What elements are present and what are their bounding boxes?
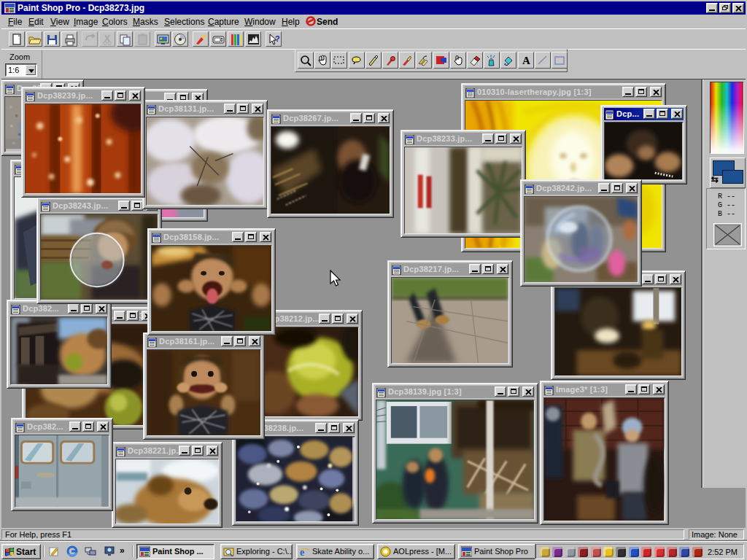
svg-text:e: e <box>300 547 304 557</box>
svg-text:A: A <box>522 55 530 66</box>
svg-text:?: ? <box>275 34 280 43</box>
